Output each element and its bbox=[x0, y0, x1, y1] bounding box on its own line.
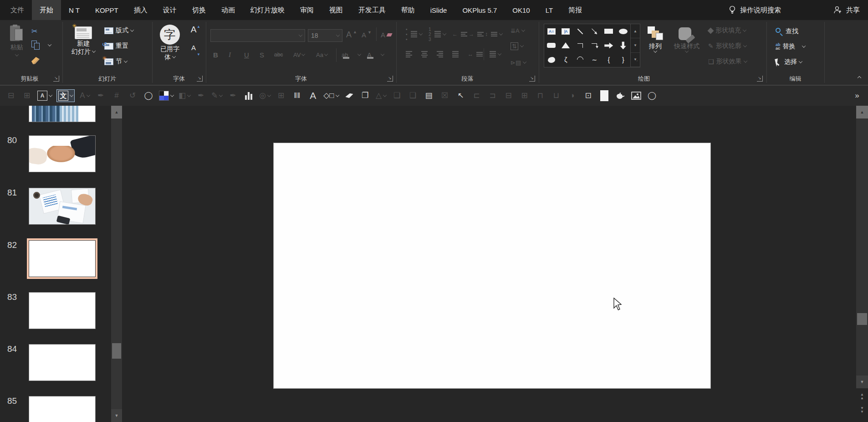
shape-outline-button[interactable]: ✎形状轮廓 bbox=[707, 40, 748, 52]
clear-formatting-button[interactable]: A bbox=[381, 28, 392, 41]
font-dialog-launcher[interactable]: ↘ bbox=[387, 76, 393, 82]
line-arrow-shape[interactable] bbox=[587, 24, 602, 38]
theme-color-dropdown[interactable] bbox=[170, 93, 174, 97]
align-center-button[interactable] bbox=[420, 48, 429, 60]
panel-scroll-thumb[interactable] bbox=[112, 343, 121, 359]
align-text-button[interactable]: ⇅ bbox=[509, 40, 525, 52]
scribble-shape[interactable]: ζ bbox=[559, 53, 573, 67]
fill-color-dropdown[interactable] bbox=[187, 93, 191, 97]
reset-button[interactable]: ↺ 重置 bbox=[103, 40, 130, 52]
merge-shapes-dropdown[interactable] bbox=[267, 93, 271, 97]
wordart-button[interactable]: A bbox=[307, 92, 318, 100]
more-tools-button[interactable]: » bbox=[852, 92, 863, 100]
gallery-more-button[interactable]: ▼̱ bbox=[631, 53, 640, 67]
previous-slide-button[interactable]: ▲▲ bbox=[856, 391, 868, 402]
horizontal-text-box-dropdown[interactable] bbox=[49, 93, 52, 97]
line-spacing-button[interactable]: ↕ bbox=[484, 28, 504, 40]
font-size-combobox[interactable]: 18 bbox=[308, 29, 342, 42]
cut-button[interactable]: ✂ bbox=[30, 26, 39, 37]
slide-thumbnail-84[interactable] bbox=[29, 344, 96, 381]
slide-thumbnail-83[interactable] bbox=[29, 292, 96, 329]
menu-tab-审阅[interactable]: 审阅 bbox=[292, 0, 322, 20]
outline-color-button[interactable]: ✎ bbox=[211, 92, 222, 100]
clipboard-dialog-launcher[interactable]: ↘ bbox=[53, 76, 59, 82]
combine-shapes-button[interactable]: ◇□ bbox=[323, 92, 338, 100]
layout-dropdown[interactable] bbox=[130, 28, 134, 31]
notes-pane-button[interactable]: ▤ bbox=[424, 92, 434, 100]
slide-canvas[interactable] bbox=[273, 143, 711, 389]
justify-button[interactable] bbox=[451, 48, 460, 60]
convert-smartart-button[interactable]: ⊳▤ bbox=[509, 57, 527, 68]
right-arrow-shape[interactable] bbox=[602, 38, 616, 52]
vertical-text-box-dropdown[interactable] bbox=[70, 93, 73, 97]
oval-tool-button[interactable]: ◯ bbox=[143, 92, 154, 100]
fit-selection-button[interactable]: ⊡ bbox=[583, 92, 594, 100]
paste-button[interactable]: 粘贴 bbox=[5, 23, 29, 72]
magic-lamp-button[interactable] bbox=[615, 92, 626, 99]
slide-thumbnail-82[interactable] bbox=[29, 240, 96, 277]
menu-tab-切换[interactable]: 切换 bbox=[184, 0, 214, 20]
align-center-button[interactable]: ⊟ bbox=[5, 92, 16, 100]
panel-scroll-up-button[interactable]: ▲ bbox=[111, 106, 122, 118]
canvas-scroll-up-button[interactable]: ▲ bbox=[856, 106, 868, 118]
slide-thumbnail-81[interactable] bbox=[29, 188, 96, 225]
gallery-down-button[interactable]: ▼ bbox=[631, 38, 640, 52]
send-backward-button[interactable]: ❑ bbox=[408, 92, 419, 100]
menu-tab-islide[interactable]: iSlide bbox=[423, 0, 455, 20]
drawing-dialog-launcher[interactable]: ↘ bbox=[757, 76, 763, 82]
layout-button[interactable]: 版式 bbox=[103, 25, 135, 36]
copy-button[interactable] bbox=[30, 39, 52, 51]
left-brace-shape[interactable]: { bbox=[602, 53, 616, 67]
canvas-scrollbar[interactable]: ▲ ▼ bbox=[856, 106, 868, 388]
vertical-text-box-shape[interactable]: |A bbox=[559, 24, 573, 38]
oval-shape[interactable] bbox=[616, 24, 631, 38]
menu-tab-简报[interactable]: 简报 bbox=[561, 0, 590, 20]
font-name-combobox[interactable] bbox=[210, 29, 305, 42]
delete-placeholder-button[interactable]: ☒ bbox=[439, 92, 450, 100]
align-middle-button[interactable]: ⊞ bbox=[21, 92, 32, 100]
freeform-shape[interactable] bbox=[544, 53, 559, 67]
quick-styles-button[interactable]: 快速样式 bbox=[669, 23, 704, 72]
merge-shapes-button[interactable]: ◎ bbox=[259, 92, 271, 100]
font-style-button[interactable]: A bbox=[79, 92, 90, 100]
layers-button[interactable]: ❐ bbox=[360, 92, 371, 100]
table-edit-button[interactable]: ⊞ bbox=[276, 92, 286, 100]
text-highlight-button[interactable]: ab bbox=[342, 48, 361, 61]
font-style-dropdown[interactable] bbox=[86, 93, 90, 97]
rectangle-shape[interactable] bbox=[602, 24, 616, 38]
outline-eyedropper-button[interactable]: ✒ bbox=[227, 92, 238, 100]
theme-color-button[interactable] bbox=[159, 91, 174, 101]
menu-tab-视图[interactable]: 视图 bbox=[322, 0, 351, 20]
slide-thumbnail-partial[interactable] bbox=[29, 106, 96, 122]
numbering-button[interactable]: 123 bbox=[427, 28, 447, 40]
distribute-objects-button[interactable]: ⊞ bbox=[519, 92, 530, 100]
gallery-up-button[interactable]: ▲ bbox=[631, 24, 640, 38]
slide-thumbnail-85[interactable] bbox=[29, 396, 96, 422]
canvas-scroll-down-button[interactable]: ▼ bbox=[856, 376, 868, 388]
select-objects-button[interactable]: ↖ bbox=[455, 92, 466, 100]
combine-shapes-dropdown[interactable] bbox=[335, 93, 339, 97]
shape-fill-button[interactable]: 形状填充 bbox=[707, 25, 747, 36]
font-color-button[interactable]: A bbox=[367, 48, 384, 61]
chart-button[interactable] bbox=[243, 92, 254, 100]
share-button[interactable]: 共享 bbox=[846, 6, 860, 15]
text-box-shape[interactable]: A≡ bbox=[544, 24, 559, 38]
bold-button[interactable]: B bbox=[213, 48, 218, 61]
font-name-dropdown[interactable] bbox=[299, 33, 302, 36]
menu-tab-lt[interactable]: LT bbox=[538, 0, 561, 20]
section-button[interactable]: ✳ 节 bbox=[103, 56, 128, 67]
align-objects-bottom-button[interactable]: ⊔ bbox=[551, 92, 562, 100]
panel-scrollbar[interactable]: ▲ ▼ bbox=[111, 106, 122, 422]
increase-font-button[interactable]: A▲ bbox=[186, 25, 201, 38]
new-slide-dropdown[interactable] bbox=[92, 49, 96, 52]
bullets-button[interactable]: ••• bbox=[404, 28, 424, 40]
text-shadow-button[interactable]: S bbox=[260, 48, 264, 61]
grow-font-button[interactable]: A▲ bbox=[346, 28, 357, 41]
used-font-dropdown[interactable] bbox=[172, 54, 176, 58]
shape-anchor-button[interactable]: # bbox=[111, 92, 122, 100]
eyedropper-button[interactable]: ✒ bbox=[95, 92, 106, 100]
used-font-dialog-launcher[interactable]: ↘ bbox=[197, 76, 203, 82]
menu-tab-n-t[interactable]: N T bbox=[61, 0, 87, 20]
menu-tab-帮助[interactable]: 帮助 bbox=[393, 0, 423, 20]
menu-tab-koppt[interactable]: KOPPT bbox=[87, 0, 126, 20]
